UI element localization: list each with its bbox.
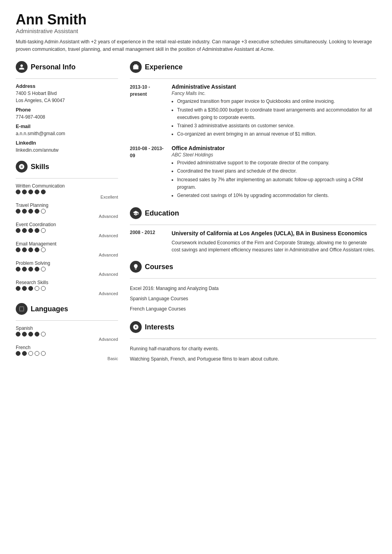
edu-detail: University of California at Los Angeles … <box>172 230 376 254</box>
personal-info-divider <box>16 78 118 79</box>
skill-item: Travel PlanningAdvanced <box>16 203 118 219</box>
skills-divider <box>16 178 118 178</box>
filled-dot <box>35 228 39 233</box>
exp-detail: Office AdministratorABC Steel HoldingsPr… <box>172 145 376 200</box>
edu-description: Coursework included Economics of the Fir… <box>172 239 376 254</box>
exp-bullet: Generated cost savings of 10% by upgradi… <box>177 192 376 199</box>
filled-dot <box>16 286 20 291</box>
language-item: FrenchBasic <box>16 345 118 361</box>
filled-dot <box>16 209 20 214</box>
filled-dot <box>28 209 33 214</box>
education-title: Education <box>145 209 179 218</box>
empty-dot <box>35 286 39 291</box>
empty-dot <box>41 286 46 291</box>
experience-divider <box>130 78 376 79</box>
languages-divider <box>16 320 118 321</box>
interests-header: Interests <box>130 321 376 335</box>
experience-title: Experience <box>145 63 183 71</box>
right-column: Experience 2013-10 - presentAdministrati… <box>130 61 376 371</box>
course-item: Excel 2016: Managing and Analyzing Data <box>130 283 376 294</box>
skill-item: Research SkillsAdvanced <box>16 280 118 296</box>
empty-dot <box>41 332 46 336</box>
experience-header: Experience <box>130 61 376 74</box>
skills-icon <box>16 161 28 173</box>
filled-dot <box>22 209 27 214</box>
experience-entry: 2010-08 - 2013-09Office AdministratorABC… <box>130 145 376 200</box>
skill-level: Advanced <box>16 233 118 238</box>
experience-section: Experience 2013-10 - presentAdministrati… <box>130 61 376 200</box>
filled-dot <box>22 190 27 194</box>
exp-bullet: Co-organized an event bringing in an ann… <box>177 130 376 138</box>
candidate-summary: Multi-tasking Admin Assistant with +2 ye… <box>16 38 376 54</box>
personal-info-section: Personal Info Address 7400 S Hobart Blvd… <box>16 61 118 154</box>
skill-dots <box>16 247 118 252</box>
empty-dot <box>41 267 46 271</box>
education-icon <box>130 207 142 219</box>
education-list: 2008 - 2012University of California at L… <box>130 230 376 254</box>
resume-header: Ann Smith Administrative Assistant Multi… <box>16 12 376 53</box>
empty-dot <box>41 351 46 356</box>
filled-dot <box>41 190 46 194</box>
courses-header: Courses <box>130 261 376 274</box>
filled-dot <box>28 286 33 291</box>
skill-level: Advanced <box>16 214 118 219</box>
filled-dot <box>35 209 39 214</box>
exp-bullets: Provided administrative support to the c… <box>172 159 376 199</box>
exp-date: 2010-08 - 2013-09 <box>130 145 165 200</box>
linkedin-value: linkedin.com/annutw <box>16 147 118 154</box>
exp-bullet: Trained 3 administrative assistants on c… <box>177 122 376 130</box>
personal-info-header: Personal Info <box>16 61 118 74</box>
address-line1: 7400 S Hobart Blvd <box>16 90 118 97</box>
email-value: a.n.n.smith@gmail.com <box>16 130 118 137</box>
courses-list: Excel 2016: Managing and Analyzing DataS… <box>130 283 376 314</box>
language-name: French <box>16 345 118 350</box>
filled-dot <box>28 267 33 271</box>
languages-list: SpanishAdvancedFrenchBasic <box>16 325 118 361</box>
experience-list: 2013-10 - presentAdministrative Assistan… <box>130 84 376 200</box>
filled-dot <box>28 247 33 252</box>
filled-dot <box>22 228 27 233</box>
empty-dot <box>41 247 46 252</box>
courses-divider <box>130 278 376 279</box>
course-item: French Language Courses <box>130 304 376 314</box>
exp-job-title: Administrative Assistant <box>172 84 376 90</box>
linkedin-label: LinkedIn <box>16 140 118 146</box>
filled-dot <box>35 267 39 271</box>
skills-header: Skills <box>16 161 118 174</box>
email-label: E-mail <box>16 124 118 129</box>
skill-item: Event CoordinationAdvanced <box>16 222 118 238</box>
filled-dot <box>22 247 27 252</box>
interests-section: Interests Running half-marathons for cha… <box>130 321 376 364</box>
language-level: Advanced <box>16 337 118 342</box>
language-name: Spanish <box>16 325 118 331</box>
edu-degree: University of California at Los Angeles … <box>172 230 376 238</box>
filled-dot <box>35 247 39 252</box>
candidate-title: Administrative Assistant <box>16 28 376 34</box>
interest-item: Watching Spanish, French, and Portuguese… <box>130 354 376 364</box>
empty-dot <box>35 351 39 356</box>
languages-icon <box>16 303 28 315</box>
phone-label: Phone <box>16 107 118 113</box>
skill-level: Excellent <box>16 195 118 199</box>
exp-bullet: Coordinated the travel plans and schedul… <box>177 167 376 175</box>
filled-dot <box>22 286 27 291</box>
language-dots <box>16 351 118 356</box>
candidate-name: Ann Smith <box>16 12 376 28</box>
courses-icon <box>130 261 142 273</box>
skill-item: Email ManagementAdvanced <box>16 241 118 257</box>
exp-bullet: Trusted with a $350,000 budget to coordi… <box>177 106 376 121</box>
interests-divider <box>130 338 376 339</box>
education-section: Education 2008 - 2012University of Calif… <box>130 207 376 254</box>
skill-name: Research Skills <box>16 280 118 285</box>
address-label: Address <box>16 84 118 89</box>
skills-list: Written CommunicationExcellentTravel Pla… <box>16 183 118 296</box>
filled-dot <box>16 247 20 252</box>
skills-title: Skills <box>31 163 49 171</box>
filled-dot <box>16 228 20 233</box>
exp-company: Fancy Malls Inc. <box>172 91 376 96</box>
languages-header: Languages <box>16 303 118 316</box>
main-content: Personal Info Address 7400 S Hobart Blvd… <box>16 61 376 371</box>
skill-dots <box>16 267 118 271</box>
filled-dot <box>35 190 39 194</box>
address-line2: Los Angeles, CA 90047 <box>16 97 118 104</box>
